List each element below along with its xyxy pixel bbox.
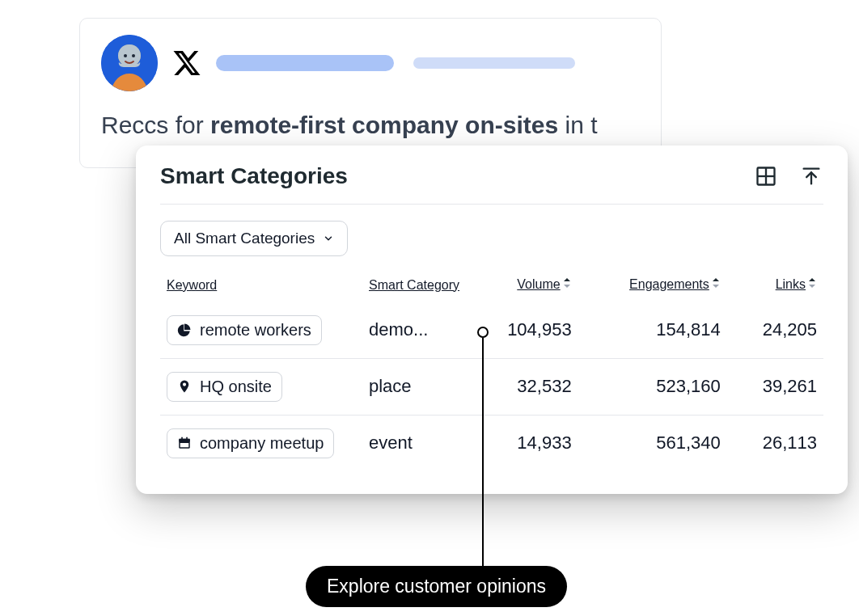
post-text-prefix: Reccs for: [101, 112, 210, 138]
upload-icon[interactable]: [799, 164, 823, 188]
post-text-suffix: in t: [558, 112, 597, 138]
cell-category: place: [362, 358, 468, 415]
column-header-volume[interactable]: Volume: [468, 269, 578, 302]
callout-tooltip: Explore customer opinions: [306, 566, 567, 607]
placeholder-bar: [413, 57, 575, 69]
svg-point-2: [124, 54, 127, 57]
cell-category: demo...: [362, 302, 468, 359]
table-row[interactable]: company meetupevent14,933561,34026,113: [160, 415, 823, 471]
column-header-keyword[interactable]: Keyword: [160, 269, 362, 302]
smart-categories-panel: Smart Categories All Smart Categories Ke…: [136, 146, 848, 494]
cell-keyword: HQ onsite: [160, 358, 362, 415]
post-text: Reccs for remote-first company on-sites …: [101, 108, 640, 143]
pin-icon: [177, 379, 192, 394]
svg-rect-13: [180, 443, 189, 447]
keyword-chip[interactable]: company meetup: [167, 428, 334, 458]
cell-engagements: 523,160: [578, 358, 727, 415]
svg-rect-10: [179, 439, 190, 442]
cell-engagements: 561,340: [578, 415, 727, 471]
keyword-label: remote workers: [200, 321, 311, 340]
calendar-icon: [177, 436, 192, 450]
avatar: [101, 35, 158, 91]
categories-table: Keyword Smart Category Volume Engagement…: [160, 269, 823, 471]
column-header-engagements[interactable]: Engagements: [578, 269, 727, 302]
svg-point-3: [132, 54, 135, 57]
column-header-links[interactable]: Links: [727, 269, 823, 302]
layout-grid-icon[interactable]: [754, 164, 778, 188]
cell-category: event: [362, 415, 468, 471]
dropdown-label: All Smart Categories: [174, 230, 315, 247]
column-header-category[interactable]: Smart Category: [362, 269, 468, 302]
post-text-bold: remote-first company on-sites: [210, 112, 558, 138]
cell-volume: 32,532: [468, 358, 578, 415]
panel-actions: [754, 164, 823, 188]
keyword-chip[interactable]: HQ onsite: [167, 372, 282, 402]
cell-keyword: remote workers: [160, 302, 362, 359]
sort-icon: [807, 277, 817, 292]
post-header: [101, 35, 640, 91]
table-row[interactable]: remote workersdemo...104,953154,81424,20…: [160, 302, 823, 359]
cell-keyword: company meetup: [160, 415, 362, 471]
pie-icon: [177, 323, 192, 337]
cell-volume: 14,933: [468, 415, 578, 471]
post-meta-placeholder: [216, 55, 575, 71]
cell-engagements: 154,814: [578, 302, 727, 359]
keyword-chip[interactable]: remote workers: [167, 315, 322, 345]
cell-links: 26,113: [727, 415, 823, 471]
panel-header: Smart Categories: [160, 163, 823, 205]
keyword-label: HQ onsite: [200, 378, 272, 396]
chevron-down-icon: [323, 233, 334, 244]
keyword-label: company meetup: [200, 434, 324, 453]
sort-icon: [562, 277, 572, 292]
svg-rect-11: [181, 437, 183, 441]
placeholder-bar: [216, 55, 394, 71]
cell-volume: 104,953: [468, 302, 578, 359]
sort-icon: [711, 277, 721, 292]
cell-links: 24,205: [727, 302, 823, 359]
x-logo-icon: [172, 49, 201, 78]
category-filter-dropdown[interactable]: All Smart Categories: [160, 221, 348, 256]
panel-title: Smart Categories: [160, 163, 348, 189]
cell-links: 39,261: [727, 358, 823, 415]
table-row[interactable]: HQ onsiteplace32,532523,16039,261: [160, 358, 823, 415]
svg-rect-12: [186, 437, 188, 441]
